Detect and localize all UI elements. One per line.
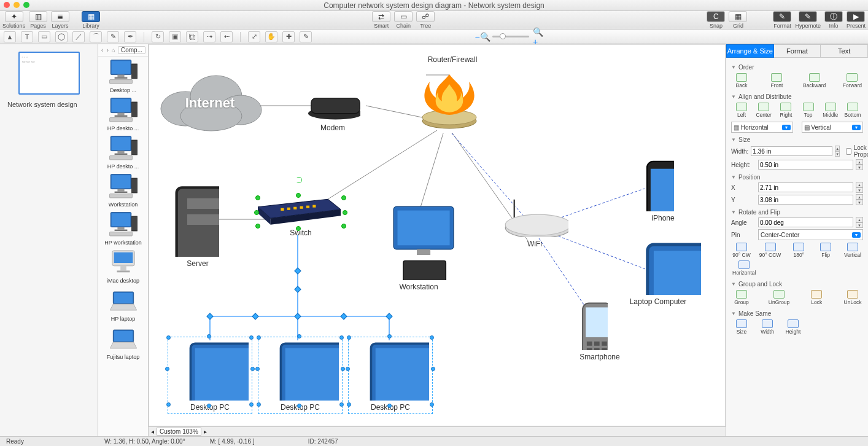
toolbar-pages[interactable]: ▥Pages (29, 11, 47, 29)
minimize-window-button[interactable] (14, 2, 20, 8)
section-order[interactable]: Order (731, 64, 863, 71)
section-position[interactable]: Position (731, 174, 863, 181)
align-left-button[interactable]: Left (731, 101, 752, 119)
section-align[interactable]: Align and Distribute (731, 93, 863, 100)
zoom-out-button[interactable]: −🔍 (476, 31, 489, 42)
rotate-90cw-button[interactable]: 90° CW (731, 241, 752, 259)
crop-tool[interactable]: ▣ (169, 31, 181, 42)
node-modem[interactable]: Modem (305, 87, 360, 132)
node-laptop[interactable]: Laptop Computer (615, 238, 701, 306)
group-button[interactable]: Group (731, 289, 752, 307)
library-back-button[interactable]: ‹ (101, 47, 104, 53)
rect-tool[interactable]: ▭ (38, 31, 50, 42)
library-item-imac[interactable]: iMac desktop (101, 249, 145, 284)
order-front-button[interactable]: Front (766, 72, 787, 90)
node-switch[interactable]: Switch (258, 198, 344, 237)
zoom-slider[interactable] (492, 36, 529, 37)
align-bottom-button[interactable]: Bottom (842, 101, 863, 119)
same-width-button[interactable]: Width (757, 318, 778, 336)
same-size-button[interactable]: Size (731, 318, 752, 336)
tab-arrange-size[interactable]: Arrange & Size (726, 44, 774, 58)
select-tool[interactable]: ▲ (4, 31, 16, 42)
toolbar-solutions[interactable]: ✦Solutions (2, 11, 25, 29)
library-home-button[interactable]: ⌂ (112, 47, 115, 53)
edit-tool[interactable]: ✎ (300, 31, 312, 42)
y-stepper[interactable]: ▲▼ (856, 194, 863, 205)
node-smartphone[interactable]: Smartphone (578, 301, 621, 361)
library-item-workstation[interactable]: Workstation (101, 173, 145, 208)
toolbar-hypernote[interactable]: ✎Hypernote (795, 11, 821, 29)
node-desktop-pc-2[interactable]: Desktop PC (260, 339, 340, 412)
angle-input[interactable] (758, 217, 853, 227)
pan-tool[interactable]: ✋ (265, 31, 277, 42)
flip-button[interactable]: Flip (815, 241, 836, 259)
zoom-window-button[interactable] (23, 2, 29, 8)
same-height-button[interactable]: Height (783, 318, 804, 336)
node-desktop-pc-3[interactable]: Desktop PC (351, 339, 430, 412)
distribute-vertical-select[interactable]: ▤ Vertical▾ (802, 122, 864, 133)
align-middle-button[interactable]: Middle (820, 101, 841, 119)
page-thumbnail-1[interactable]: ◦ ◦ ◦▭ ▭ ▭ (18, 52, 80, 95)
toolbar-tree[interactable]: ☍Tree (416, 11, 435, 29)
pen-tool[interactable]: ✒ (124, 31, 136, 42)
angle-stepper[interactable]: ▲▼ (856, 217, 863, 228)
rotate-180-button[interactable]: 180° (788, 241, 809, 259)
zoom-in-button[interactable]: 🔍+ (533, 31, 545, 42)
library-item-desktop[interactable]: Desktop ... (101, 59, 145, 93)
rotate-tool[interactable]: ↻ (152, 31, 164, 42)
toolbar-grid[interactable]: ▦Grid (729, 11, 747, 29)
node-wifi[interactable]: WiFi (501, 197, 568, 248)
align-center-button[interactable]: Center (753, 101, 774, 119)
eyedrop-tool[interactable]: ✚ (282, 31, 295, 42)
toolbar-format[interactable]: ✎Format (773, 11, 791, 29)
size-width-input[interactable] (751, 146, 832, 156)
pos-y-input[interactable] (758, 195, 853, 205)
group-tool[interactable]: ⿻ (186, 31, 198, 42)
line-tool[interactable]: ／ (72, 31, 85, 42)
node-desktop-pc-1[interactable]: Desktop PC (170, 339, 250, 412)
toolbar-snap[interactable]: CSnap (707, 11, 725, 29)
size-height-input[interactable] (758, 160, 853, 170)
library-item-hpws[interactable]: HP workstation (101, 211, 145, 246)
toolbar-layers[interactable]: ≣Layers (51, 11, 69, 29)
flip-vertical-button[interactable]: Vertical (842, 241, 863, 259)
library-item-hplap[interactable]: HP laptop (101, 288, 145, 322)
width-stepper[interactable]: ▲▼ (835, 146, 840, 157)
toolbar-present[interactable]: ▶Present (847, 11, 866, 29)
order-forward-button[interactable]: Forward (842, 72, 863, 90)
library-item-hpdesk1[interactable]: HP deskto ... (101, 97, 145, 131)
ellipse-tool[interactable]: ◯ (55, 31, 68, 42)
lock-proportions-checkbox[interactable]: Lock Proportions (846, 144, 868, 158)
section-rotate[interactable]: Rotate and Flip (731, 209, 863, 216)
close-window-button[interactable] (4, 2, 10, 8)
ungroup-button[interactable]: UnGroup (767, 289, 791, 307)
pin-select[interactable]: Center-Center▾ (758, 229, 863, 240)
node-workstation[interactable]: Workstation (376, 203, 462, 291)
distribute-horizontal-select[interactable]: ▥ Horizontal▾ (731, 122, 793, 133)
node-iphone[interactable]: iPhone (645, 158, 681, 222)
flip-horizontal-button[interactable]: Horizontal (731, 259, 757, 277)
align-right-button[interactable]: Right (775, 101, 796, 119)
toolbar-chain[interactable]: ▭Chain (394, 11, 413, 29)
library-crumb[interactable]: Comp... (118, 46, 145, 54)
diagram-canvas[interactable]: Internet Modem Router/Firewall (149, 44, 726, 426)
zoom-fit[interactable]: ⤢ (248, 31, 260, 42)
x-stepper[interactable]: ▲▼ (856, 182, 863, 193)
toolbar-smart[interactable]: ⇄Smart (372, 11, 390, 29)
align-top-button[interactable]: Top (798, 101, 819, 119)
connector-tool[interactable]: ⇢ (203, 31, 215, 42)
section-make-same[interactable]: Make Same (731, 310, 863, 317)
library-item-fujitsu[interactable]: Fujitsu laptop (101, 326, 145, 360)
node-internet[interactable]: Internet (155, 66, 265, 133)
node-server[interactable]: Server (164, 177, 231, 268)
toolbar-library[interactable]: ▦Library (82, 11, 100, 29)
tab-format[interactable]: Format (774, 44, 821, 58)
pos-x-input[interactable] (758, 182, 853, 192)
rotate-90ccw-button[interactable]: 90° CCW (758, 241, 783, 259)
height-stepper[interactable]: ▲▼ (856, 159, 863, 170)
connector-tool-2[interactable]: ⇠ (220, 31, 233, 42)
section-group[interactable]: Group and Lock (731, 281, 863, 288)
arc-tool[interactable]: ⌒ (90, 31, 102, 42)
library-forward-button[interactable]: › (106, 47, 109, 53)
library-item-hpdesk2[interactable]: HP deskto ... (101, 135, 145, 170)
